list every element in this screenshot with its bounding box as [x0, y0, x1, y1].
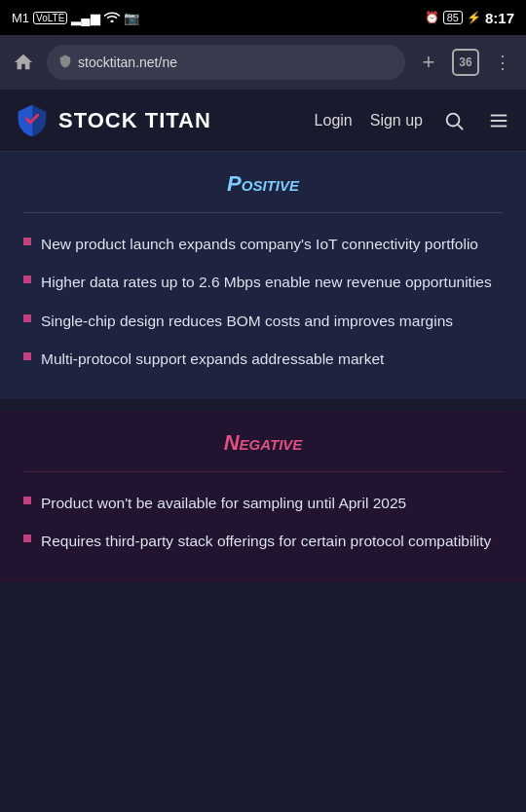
signup-link[interactable]: Sign up	[370, 112, 423, 129]
positive-section-title: Positive	[23, 171, 503, 197]
bullet-square-icon	[23, 352, 31, 360]
browser-menu-button[interactable]: ⋮	[489, 49, 516, 76]
negative-bullet-1: Product won't be available for sampling …	[41, 492, 406, 514]
alarm-icon: ⏰	[425, 11, 439, 24]
bullet-square-icon	[23, 238, 31, 245]
site-title: STOCK TITAN	[58, 108, 211, 133]
new-tab-button[interactable]: +	[415, 49, 442, 76]
list-item: New product launch expands company's IoT…	[23, 233, 503, 255]
signal-icon: ▂▄▆	[71, 11, 99, 25]
bullet-square-icon	[23, 535, 31, 542]
wifi-icon	[104, 11, 120, 25]
browser-chrome: stocktitan.net/ne + 36 ⋮	[0, 35, 526, 90]
battery-indicator: 85	[443, 11, 463, 24]
carrier-label: M1	[12, 11, 29, 25]
svg-line-1	[458, 125, 463, 129]
tab-count-button[interactable]: 36	[452, 49, 479, 76]
negative-section-title: Negative	[23, 430, 503, 456]
site-security-icon	[58, 55, 72, 71]
list-item: Multi-protocol support expands addressab…	[23, 348, 503, 370]
browser-actions: + 36 ⋮	[415, 49, 516, 76]
negative-bullet-list: Product won't be available for sampling …	[23, 492, 503, 553]
list-item: Single-chip design reduces BOM costs and…	[23, 310, 503, 332]
list-item: Higher data rates up to 2.6 Mbps enable …	[23, 271, 503, 293]
hamburger-menu-icon[interactable]	[485, 107, 512, 134]
bullet-square-icon	[23, 276, 31, 283]
browser-home-button[interactable]	[10, 49, 37, 76]
search-icon[interactable]	[440, 107, 468, 134]
status-right: ⏰ 85 ⚡ 8:17	[425, 10, 514, 26]
negative-divider	[23, 471, 503, 472]
logo-shield-icon	[14, 102, 51, 139]
positive-section: Positive New product launch expands comp…	[0, 152, 526, 399]
site-logo[interactable]: STOCK TITAN	[14, 102, 315, 139]
status-bar: M1 VoLTE ▂▄▆ 📷 ⏰ 85 ⚡ 8:17	[0, 0, 526, 35]
site-nav: Login Sign up	[315, 107, 512, 134]
main-content: Positive New product launch expands comp…	[0, 152, 526, 582]
address-bar[interactable]: stocktitan.net/ne	[47, 45, 405, 80]
positive-divider	[23, 212, 503, 213]
charging-icon: ⚡	[467, 11, 481, 24]
positive-bullet-3: Single-chip design reduces BOM costs and…	[41, 310, 453, 332]
svg-point-0	[447, 113, 460, 126]
clock: 8:17	[485, 10, 514, 26]
site-header: STOCK TITAN Login Sign up	[0, 90, 526, 152]
status-left: M1 VoLTE ▂▄▆ 📷	[12, 11, 139, 25]
section-gap	[0, 399, 526, 411]
negative-section: Negative Product won't be available for …	[0, 411, 526, 582]
positive-bullet-4: Multi-protocol support expands addressab…	[41, 348, 384, 370]
list-item: Requires third-party stack offerings for…	[23, 530, 503, 552]
positive-bullet-list: New product launch expands company's IoT…	[23, 233, 503, 370]
positive-bullet-1: New product launch expands company's IoT…	[41, 233, 478, 255]
bullet-square-icon	[23, 314, 31, 322]
bullet-square-icon	[23, 497, 31, 504]
address-text: stocktitan.net/ne	[78, 55, 177, 70]
negative-bullet-2: Requires third-party stack offerings for…	[41, 530, 491, 552]
login-link[interactable]: Login	[315, 112, 353, 129]
instagram-icon: 📷	[124, 11, 139, 25]
positive-bullet-2: Higher data rates up to 2.6 Mbps enable …	[41, 271, 492, 293]
volte-badge: VoLTE	[33, 12, 67, 24]
list-item: Product won't be available for sampling …	[23, 492, 503, 514]
